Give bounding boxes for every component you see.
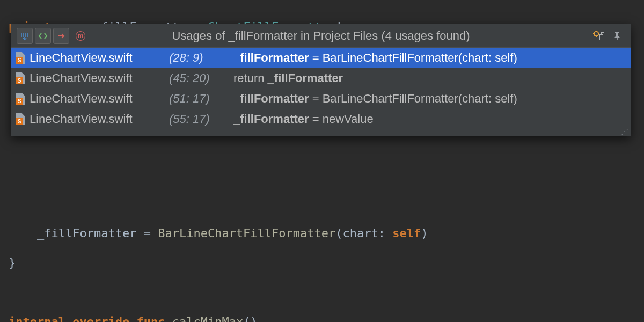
usage-file: LineChartView.swift xyxy=(30,111,169,127)
open-findtool-button[interactable] xyxy=(17,28,33,44)
usage-file: LineChartView.swift xyxy=(30,91,169,107)
code-line: } xyxy=(9,255,644,271)
usage-position: (45: 20) xyxy=(169,70,233,86)
usage-code: _fillFormatter = BarLineChartFillFormatt… xyxy=(233,50,517,66)
usage-row[interactable]: LineChartView.swift(55: 17)_fillFormatte… xyxy=(11,109,631,129)
usage-row[interactable]: LineChartView.swift(45: 20)return _fillF… xyxy=(11,68,631,89)
member-icon: m xyxy=(76,31,85,41)
usage-file: LineChartView.swift xyxy=(30,50,169,66)
settings-button[interactable] xyxy=(591,28,607,44)
usage-code: _fillFormatter = newValue xyxy=(233,111,374,127)
usage-list: LineChartView.swift(28: 9)_fillFormatter… xyxy=(11,48,631,129)
popup-title: Usages of _fillFormatter in Project File… xyxy=(11,29,631,43)
popup-toolbar: m Usages of _fillFormatter in Project Fi… xyxy=(11,24,631,48)
usage-code: return _fillFormatter xyxy=(233,70,343,86)
find-usages-popup: m Usages of _fillFormatter in Project Fi… xyxy=(11,24,631,136)
usage-row[interactable]: LineChartView.swift(28: 9)_fillFormatter… xyxy=(11,48,631,68)
usage-code: _fillFormatter = BarLineChartFillFormatt… xyxy=(233,91,517,107)
code-line xyxy=(9,137,644,153)
code-line xyxy=(9,166,644,182)
next-occurrence-button[interactable] xyxy=(53,28,69,44)
usage-position: (28: 9) xyxy=(169,50,233,66)
resize-grip[interactable]: ⋰ xyxy=(11,129,631,136)
usage-file: LineChartView.swift xyxy=(30,70,169,86)
swift-file-icon xyxy=(16,93,25,105)
prev-occurrence-button[interactable] xyxy=(35,28,51,44)
usage-row[interactable]: LineChartView.swift(51: 17)_fillFormatte… xyxy=(11,89,631,109)
pin-button[interactable] xyxy=(609,28,625,44)
code-line: internal override func calcMinMax() xyxy=(9,314,644,322)
usage-position: (51: 17) xyxy=(169,91,233,107)
code-line: _fillFormatter = BarLineChartFillFormatt… xyxy=(9,225,644,241)
code-line xyxy=(9,196,644,212)
swift-file-icon xyxy=(16,113,25,125)
usage-position: (55: 17) xyxy=(169,111,233,127)
code-line xyxy=(9,284,644,301)
swift-file-icon xyxy=(16,52,25,64)
swift-file-icon xyxy=(16,72,25,84)
svg-point-4 xyxy=(594,31,598,35)
